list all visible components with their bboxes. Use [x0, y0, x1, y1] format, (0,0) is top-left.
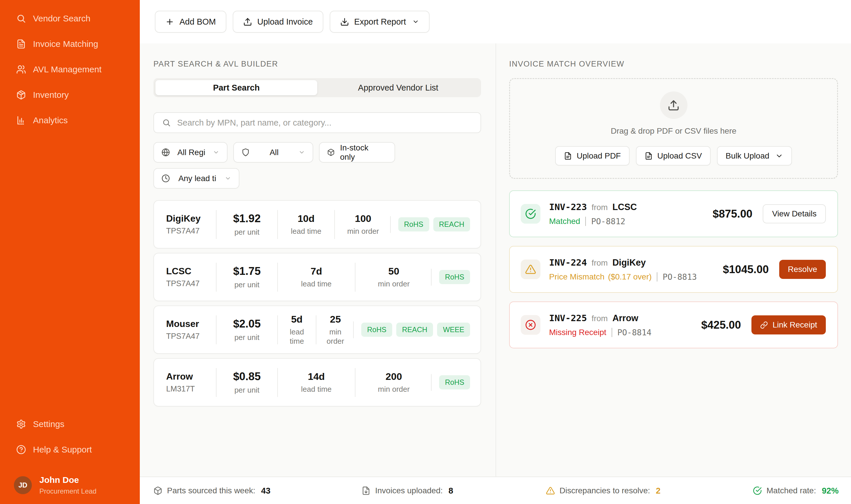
part-mpn: TPS7A47: [166, 279, 207, 288]
invoice-card-inv-223[interactable]: INV-223 from LCSC Matched PO-8812 $875.0…: [509, 191, 838, 237]
chevron-down-icon: [213, 149, 219, 156]
file-icon: [564, 152, 572, 160]
compliance-badge: REACH: [433, 217, 471, 232]
user-profile[interactable]: JD John Doe Procurement Lead: [0, 475, 140, 495]
part-search-field: [154, 112, 481, 133]
region-filter[interactable]: All Regi: [154, 142, 228, 163]
upload-circle: [660, 91, 688, 119]
invoice-id: INV-224: [549, 257, 587, 268]
sidebar-item-label: Help & Support: [33, 445, 92, 454]
view-details-button[interactable]: View Details: [763, 204, 826, 223]
divider: [316, 316, 316, 344]
upload-pdf-label: Upload PDF: [577, 151, 621, 161]
upload-buttons: Upload PDF Upload CSV Bulk Upload: [555, 146, 792, 165]
part-card-digikey[interactable]: DigiKey TPS7A47 $1.92 per unit 10d lead …: [154, 200, 481, 249]
sidebar-item-label: Inventory: [33, 90, 69, 100]
package-icon: [16, 90, 26, 100]
add-bom-label: Add BOM: [179, 17, 216, 26]
upload-csv-button[interactable]: Upload CSV: [636, 146, 711, 165]
divider: [277, 368, 278, 397]
link-receipt-button[interactable]: Link Receipt: [751, 316, 826, 335]
invoice-panel-title: INVOICE MATCH OVERVIEW: [509, 59, 838, 69]
compliance-filter[interactable]: All: [233, 142, 313, 163]
compliance-badges: RoHS REACH: [398, 217, 470, 232]
upload-invoice-button[interactable]: Upload Invoice: [233, 11, 323, 33]
divider: [390, 216, 391, 233]
divider: [585, 217, 586, 226]
tab-approved-vendor-list[interactable]: Approved Vendor List: [317, 80, 479, 95]
shield-icon: [242, 148, 250, 157]
part-card-arrow[interactable]: Arrow LM317T $0.85 per unit 14d lead tim…: [154, 358, 481, 407]
part-price: $1.92: [225, 212, 269, 226]
part-lead: 5d: [287, 313, 307, 325]
gear-icon: [16, 419, 26, 429]
add-bom-button[interactable]: Add BOM: [155, 11, 226, 33]
resolve-button[interactable]: Resolve: [779, 260, 826, 279]
sidebar-item-invoice-matching[interactable]: Invoice Matching: [0, 31, 140, 57]
sidebar-item-analytics[interactable]: Analytics: [0, 108, 140, 133]
compliance-badge: RoHS: [439, 270, 470, 284]
part-lead-label: lead time: [287, 279, 346, 289]
link-icon: [760, 321, 768, 329]
part-vendor-block: DigiKey TPS7A47: [166, 213, 207, 235]
invoice-list: INV-223 from LCSC Matched PO-8812 $875.0…: [509, 191, 838, 348]
invoice-card-inv-225[interactable]: INV-225 from Arrow Missing Receipt PO-88…: [509, 302, 838, 348]
avatar: JD: [14, 476, 32, 494]
lead-time-filter[interactable]: Any lead ti: [154, 168, 240, 188]
stat-value: 2: [656, 486, 660, 495]
part-price-label: per unit: [225, 228, 269, 237]
part-moq-block: 200 min order: [364, 371, 424, 394]
sidebar-item-inventory[interactable]: Inventory: [0, 82, 140, 108]
part-panel-title: PART SEARCH & AVL BUILDER: [154, 59, 481, 69]
divider: [216, 263, 216, 292]
top-toolbar: Add BOM Upload Invoice Export Report: [140, 0, 851, 43]
part-moq-block: 25 min order: [325, 313, 345, 346]
alert-triangle-icon: [525, 264, 536, 275]
divider: [353, 321, 354, 338]
sidebar-item-label: Analytics: [33, 115, 68, 125]
sidebar-item-help-support[interactable]: Help & Support: [0, 437, 140, 462]
divider: [277, 210, 278, 239]
part-card-mouser[interactable]: Mouser TPS7A47 $2.05 per unit 5d lead ti…: [154, 306, 481, 354]
sidebar-item-settings[interactable]: Settings: [0, 411, 140, 437]
in-stock-toggle-label: In-stock only: [340, 143, 382, 162]
part-card-lcsc[interactable]: LCSC TPS7A47 $1.75 per unit 7d lead time: [154, 253, 481, 301]
part-lead: 7d: [287, 265, 346, 277]
in-stock-toggle[interactable]: In-stock only: [319, 142, 395, 163]
dropzone-text: Drag & drop PDF or CSV files here: [611, 126, 737, 136]
divider: [216, 368, 216, 397]
invoice-amount: $1045.00: [723, 263, 779, 276]
users-icon: [16, 65, 26, 74]
sidebar-item-avl-management[interactable]: AVL Management: [0, 57, 140, 82]
part-moq-block: 100 min order: [343, 213, 383, 236]
bulk-upload-button[interactable]: Bulk Upload: [717, 146, 792, 165]
upload-pdf-button[interactable]: Upload PDF: [555, 146, 630, 165]
compliance-badges: RoHS REACH WEEE: [361, 323, 470, 337]
check-circle-icon: [753, 486, 762, 495]
bar-chart-icon: [16, 115, 26, 125]
part-mpn: LM317T: [166, 384, 207, 394]
invoice-body: INV-223 from LCSC Matched PO-8812: [549, 202, 637, 226]
invoice-card-inv-224[interactable]: INV-224 from DigiKey Price Mismatch ($0.…: [509, 246, 838, 293]
lead-time-filter-label: Any lead ti: [178, 174, 216, 183]
main-area: Add BOM Upload Invoice Export Report PAR…: [140, 0, 851, 504]
stat-value: 92%: [822, 486, 838, 495]
file-dropzone[interactable]: Drag & drop PDF or CSV files here Upload…: [509, 78, 838, 179]
chevron-down-icon: [412, 18, 419, 25]
export-report-button[interactable]: Export Report: [330, 11, 430, 33]
part-moq: 100: [343, 213, 383, 224]
divider: [277, 316, 278, 344]
region-filter-label: All Regi: [177, 148, 205, 157]
part-search-input[interactable]: [177, 118, 473, 128]
sidebar-item-vendor-search[interactable]: Vendor Search: [0, 6, 140, 31]
clock-icon: [161, 174, 170, 183]
file-down-icon: [361, 486, 371, 495]
invoice-po: PO-8812: [591, 217, 625, 226]
file-text-icon: [16, 39, 26, 49]
part-price-block: $1.75 per unit: [225, 265, 269, 289]
stat-parts-sourced: Parts sourced this week: 43: [154, 486, 270, 495]
upload-icon: [243, 17, 252, 26]
tab-part-search[interactable]: Part Search: [156, 80, 317, 95]
invoice-id: INV-225: [549, 313, 587, 323]
part-moq-block: 50 min order: [364, 265, 424, 288]
